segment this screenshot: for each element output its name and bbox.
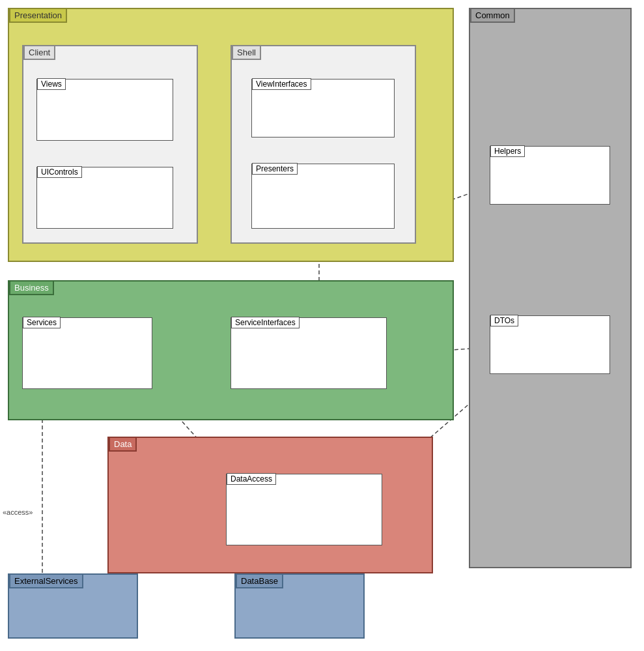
comp-views: Views (36, 79, 173, 141)
presenters-label: Presenters (252, 163, 298, 175)
access-label: «access» (3, 508, 33, 516)
business-label: Business (9, 280, 54, 295)
dataaccess-label: DataAccess (227, 473, 276, 485)
comp-dtos: DTOs (490, 315, 610, 374)
comp-viewinterfaces: ViewInterfaces (251, 79, 395, 137)
data-label: Data (109, 437, 137, 452)
services-label: Services (23, 317, 61, 328)
pkg-externalservices: ExternalServices (8, 573, 138, 639)
dtos-label: DTOs (490, 315, 518, 326)
pkg-common: Common Helpers DTOs (469, 8, 632, 568)
serviceinterfaces-label: ServiceInterfaces (231, 317, 300, 328)
diagram-container: «access» Presentation Client Views UICon… (0, 0, 644, 651)
helpers-label: Helpers (490, 145, 525, 157)
pkg-presentation: Presentation Client Views UIControls She… (8, 8, 454, 262)
pkg-client: Client Views UIControls (22, 45, 198, 244)
comp-presenters: Presenters (251, 164, 395, 229)
uicontrols-label: UIControls (37, 166, 82, 178)
comp-dataaccess: DataAccess (226, 474, 382, 545)
common-label: Common (470, 8, 515, 23)
shell-label: Shell (232, 45, 261, 60)
views-label: Views (37, 78, 66, 90)
comp-helpers: Helpers (490, 146, 610, 205)
comp-serviceinterfaces: ServiceInterfaces (231, 317, 387, 389)
pkg-business: Business Services ServiceInterfaces (8, 280, 454, 420)
comp-uicontrols: UIControls (36, 167, 173, 229)
database-label: DataBase (236, 573, 283, 588)
comp-services: Services (22, 317, 152, 389)
pkg-database: DataBase (234, 573, 365, 639)
presentation-label: Presentation (9, 8, 67, 23)
client-label: Client (23, 45, 55, 60)
pkg-shell: Shell ViewInterfaces Presenters (231, 45, 416, 244)
pkg-data: Data DataAccess (107, 437, 433, 573)
viewinterfaces-label: ViewInterfaces (252, 78, 311, 90)
externalservices-label: ExternalServices (9, 573, 83, 588)
